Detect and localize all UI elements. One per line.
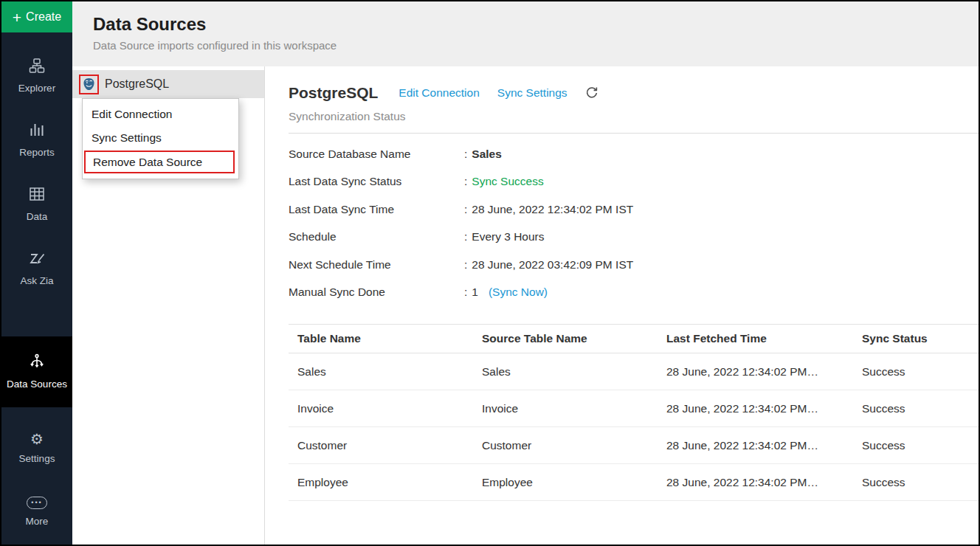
context-menu: Edit Connection Sync Settings Remove Dat…: [82, 98, 239, 179]
detail-value: 1: [472, 286, 478, 299]
sync-details: Source Database Name : Sales Last Data S…: [289, 140, 979, 306]
source-detail: PostgreSQL Edit Connection Sync Settings…: [265, 66, 979, 545]
detail-row: Schedule : Every 3 Hours: [289, 224, 979, 252]
sidebar-item-label: More: [21, 515, 53, 528]
cell-sync-status: Success: [853, 476, 979, 489]
cell-source-table-name: Sales: [473, 365, 658, 379]
table-row: Sales Sales 28 June, 2022 12:34:02 PM… S…: [289, 353, 979, 390]
sidebar-spacer: [1, 301, 72, 336]
cell-sync-status: Success: [853, 402, 979, 415]
sidebar-item-ask-zia[interactable]: Ask Zia: [1, 237, 72, 301]
cell-table-name: Employee: [289, 476, 473, 489]
right-side: Data Sources Data Source imports configu…: [72, 1, 979, 545]
sidebar-item-label: Data: [22, 210, 52, 224]
col-header-sync-status: Sync Status: [853, 332, 979, 345]
sidebar-item-more[interactable]: ••• More: [1, 480, 72, 545]
source-item-postgresql[interactable]: PostgreSQL: [72, 70, 264, 98]
detail-separator: :: [464, 286, 467, 299]
cell-table-name: Invoice: [289, 402, 473, 415]
detail-separator: :: [464, 175, 467, 188]
sidebar-item-label: Explorer: [14, 82, 60, 95]
detail-label: Last Data Sync Status: [289, 175, 464, 188]
create-button[interactable]: + Create: [1, 1, 72, 32]
detail-row: Manual Sync Done : 1 (Sync Now): [289, 279, 979, 307]
sidebar-item-explorer[interactable]: Explorer: [1, 44, 72, 108]
menu-item-remove-data-source[interactable]: Remove Data Source: [84, 151, 235, 173]
detail-separator: :: [464, 258, 467, 272]
detail-row: Last Data Sync Time : 28 June, 2022 12:3…: [289, 196, 979, 224]
detail-row: Last Data Sync Status : Sync Success: [289, 168, 979, 196]
col-header-source-table-name: Source Table Name: [473, 332, 658, 345]
table-header-row: Table Name Source Table Name Last Fetche…: [289, 324, 979, 353]
detail-value: 28 June, 2022 03:42:09 PM IST: [472, 258, 633, 272]
edit-connection-link[interactable]: Edit Connection: [398, 86, 479, 100]
sidebar-nav: Explorer Reports Data: [1, 32, 72, 545]
table-row: Invoice Invoice 28 June, 2022 12:34:02 P…: [289, 390, 979, 427]
detail-label: Next Schedule Time: [289, 258, 464, 272]
sync-now-link[interactable]: (Sync Now): [489, 286, 548, 299]
detail-row: Source Database Name : Sales: [289, 140, 979, 168]
refresh-icon[interactable]: [585, 86, 598, 100]
detail-row: Next Schedule Time : 28 June, 2022 03:42…: [289, 251, 979, 279]
sidebar-item-label: Reports: [15, 146, 58, 159]
detail-separator: :: [464, 203, 467, 216]
data-grid-icon: [29, 186, 45, 204]
divider: [289, 133, 979, 134]
detail-separator: :: [464, 148, 467, 161]
postgresql-icon: [82, 77, 96, 91]
page-subtitle: Data Source imports configured in this w…: [93, 39, 979, 52]
ask-zia-icon: [28, 250, 46, 269]
sidebar-item-reports[interactable]: Reports: [1, 108, 72, 173]
content-area: PostgreSQL Edit Connection Sync Settings…: [72, 66, 979, 545]
explorer-icon: [29, 58, 45, 76]
annotation-highlight-icon: [79, 75, 99, 94]
cell-last-fetched-time: 28 June, 2022 12:34:02 PM…: [658, 365, 853, 379]
tables-table: Table Name Source Table Name Last Fetche…: [289, 324, 979, 501]
sidebar-item-data[interactable]: Data: [1, 173, 72, 237]
col-header-last-fetched-time: Last Fetched Time: [658, 332, 853, 345]
cell-source-table-name: Invoice: [473, 402, 658, 415]
table-row: Employee Employee 28 June, 2022 12:34:02…: [289, 464, 979, 501]
cell-source-table-name: Employee: [473, 476, 658, 489]
data-sources-icon: [29, 353, 45, 372]
source-item-label: PostgreSQL: [105, 77, 169, 91]
detail-title: PostgreSQL: [289, 84, 378, 102]
section-title: Synchronization Status: [289, 110, 979, 123]
col-header-table-name: Table Name: [289, 332, 473, 345]
detail-separator: :: [464, 230, 467, 243]
detail-label: Manual Sync Done: [289, 286, 464, 299]
sidebar-item-settings[interactable]: ⚙ Settings: [1, 416, 72, 480]
detail-title-row: PostgreSQL Edit Connection Sync Settings: [289, 84, 979, 102]
more-icon: •••: [27, 497, 47, 509]
sidebar: + Create Explorer: [1, 1, 72, 545]
cell-last-fetched-time: 28 June, 2022 12:34:02 PM…: [658, 439, 853, 452]
detail-label: Last Data Sync Time: [289, 203, 464, 216]
detail-value: Sales: [472, 148, 502, 161]
cell-table-name: Sales: [289, 365, 473, 379]
reports-icon: [29, 122, 45, 140]
detail-label: Schedule: [289, 230, 464, 243]
detail-label: Source Database Name: [289, 148, 464, 161]
cell-sync-status: Success: [853, 365, 979, 379]
sync-settings-link[interactable]: Sync Settings: [497, 86, 567, 100]
sidebar-item-label: Data Sources: [2, 378, 72, 391]
detail-value: Sync Success: [472, 175, 543, 188]
sidebar-item-data-sources[interactable]: Data Sources: [1, 336, 72, 407]
sources-panel: PostgreSQL Edit Connection Sync Settings…: [72, 66, 265, 545]
create-label: Create: [26, 10, 61, 24]
detail-value: 28 June, 2022 12:34:02 PM IST: [472, 203, 633, 216]
gear-icon: ⚙: [30, 432, 44, 446]
sidebar-item-label: Settings: [15, 452, 60, 466]
table-row: Customer Customer 28 June, 2022 12:34:02…: [289, 427, 979, 464]
cell-last-fetched-time: 28 June, 2022 12:34:02 PM…: [658, 476, 853, 489]
cell-last-fetched-time: 28 June, 2022 12:34:02 PM…: [658, 402, 853, 415]
sidebar-item-label: Ask Zia: [15, 274, 58, 288]
menu-item-sync-settings[interactable]: Sync Settings: [83, 126, 238, 150]
page-title: Data Sources: [93, 14, 979, 35]
cell-sync-status: Success: [853, 439, 979, 452]
menu-item-edit-connection[interactable]: Edit Connection: [83, 103, 238, 126]
plus-icon: +: [13, 10, 21, 25]
page-header: Data Sources Data Source imports configu…: [72, 1, 979, 66]
cell-source-table-name: Customer: [473, 439, 658, 452]
data-sources-screen: + Create Explorer: [0, 0, 980, 546]
